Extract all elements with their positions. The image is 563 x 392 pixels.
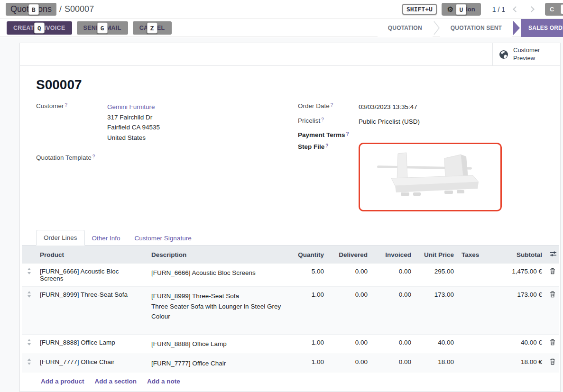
status-step-quotation-sent[interactable]: QUOTATION SENT — [440, 19, 512, 37]
drag-handle-cell[interactable] — [22, 264, 36, 287]
unit-price-cell[interactable]: 18.00 — [415, 354, 458, 373]
key-hint-z: Z — [147, 22, 157, 33]
status-pipeline: QUOTATIONQUOTATION SENTSALES ORDER — [378, 19, 563, 37]
delete-line-cell[interactable] — [546, 264, 559, 287]
order-line-row[interactable]: [FURN_8888] Office Lamp[FURN_8888] Offic… — [22, 334, 559, 354]
subtotal-cell[interactable]: 18.00 € — [488, 354, 546, 373]
delete-line-icon[interactable] — [550, 268, 555, 274]
quantity-column-header[interactable]: Quantity — [285, 246, 328, 264]
description-line: [FURN_8888] Office Lamp — [151, 339, 281, 349]
field-payment-terms[interactable]: Payment Terms? — [298, 131, 544, 138]
help-question-icon: ? — [331, 102, 333, 108]
key-hint-g: G — [97, 22, 108, 33]
tab-customer-signature[interactable]: Customer Signature — [128, 231, 199, 246]
breadcrumb-separator: / — [59, 4, 62, 14]
help-question-icon: ? — [321, 117, 324, 122]
stat-button-box: Customer Preview — [20, 43, 560, 66]
description-cell[interactable]: [FURN_8999] Three-Seat SofaThree Seater … — [148, 287, 285, 335]
field-quotation-template[interactable]: Quotation Template? — [36, 154, 298, 161]
order-lines-table: Product Description Quantity Delivered I… — [22, 245, 559, 373]
description-cell[interactable]: [FURN_8888] Office Lamp — [148, 334, 285, 354]
quantity-cell[interactable]: 1.00 — [285, 354, 328, 373]
invoiced-cell[interactable]: 0.00 — [371, 354, 415, 373]
invoiced-cell[interactable]: 0.00 — [371, 264, 415, 287]
subtotal-column-header[interactable]: Subtotal — [488, 246, 546, 264]
delivered-cell[interactable]: 0.00 — [328, 354, 371, 373]
unit-price-cell[interactable]: 295.00 — [415, 264, 458, 287]
drag-handle-icon — [27, 339, 31, 346]
delete-line-cell[interactable] — [546, 287, 559, 335]
key-hint-partial — [561, 4, 563, 14]
status-step-sales-order[interactable]: SALES ORDER — [521, 19, 563, 37]
delete-line-icon[interactable] — [550, 358, 555, 365]
add-a-note-link[interactable]: Add a note — [147, 378, 180, 385]
odoo-sale-order-screen: Quotations B / S00007 SHIFT+U ⚙ Action U… — [0, 0, 563, 392]
top-bar-right-cluster: SHIFT+U ⚙ Action U 1 / 1 C — [402, 3, 563, 16]
pricelist-value[interactable]: Public Pricelist (USD) — [359, 117, 420, 127]
taxes-column-header[interactable]: Taxes — [458, 246, 488, 264]
subtotal-cell[interactable]: 173.00 € — [488, 287, 546, 335]
handle-column-header — [22, 246, 36, 264]
unit-price-cell[interactable]: 173.00 — [415, 287, 458, 335]
breadcrumb-quotations[interactable]: Quotations B — [6, 3, 56, 16]
customer-preview-label: Customer Preview — [513, 46, 547, 62]
quantity-cell[interactable]: 1.00 — [285, 334, 328, 354]
taxes-cell[interactable] — [458, 264, 488, 287]
subtotal-cell[interactable]: 1,475.00 € — [488, 264, 546, 287]
help-question-icon: ? — [65, 102, 68, 108]
add-a-product-link[interactable]: Add a product — [41, 378, 84, 385]
delivered-cell[interactable]: 0.00 — [328, 264, 371, 287]
product-cell[interactable]: [FURN_6666] Acoustic Bloc Screens — [36, 264, 148, 287]
delivered-cell[interactable]: 0.00 — [328, 334, 371, 354]
delete-line-cell[interactable] — [546, 354, 559, 373]
delete-line-cell[interactable] — [546, 334, 559, 354]
send-email-button[interactable]: SEND EMAIL G — [77, 21, 128, 35]
order-line-row[interactable]: [FURN_8999] Three-Seat Sofa[FURN_8999] T… — [22, 287, 559, 335]
customer-label: Customer? — [36, 102, 107, 143]
order-line-row[interactable]: [FURN_6666] Acoustic Bloc Screens[FURN_6… — [22, 264, 559, 287]
cancel-button[interactable]: CANCEL Z — [133, 21, 172, 35]
create-button-cutoff[interactable]: C — [545, 3, 563, 16]
pager-previous-icon[interactable] — [513, 6, 519, 12]
table-header-row: Product Description Quantity Delivered I… — [22, 246, 559, 264]
action-menu-button[interactable]: ⚙ Action U — [442, 3, 481, 16]
delete-line-icon[interactable] — [550, 339, 555, 346]
unit-price-cell[interactable]: 40.00 — [415, 334, 458, 354]
order-line-row[interactable]: [FURN_7777] Office Chair[FURN_7777] Offi… — [22, 354, 559, 373]
status-step-quotation[interactable]: QUOTATION — [378, 19, 433, 37]
tab-order-lines[interactable]: Order Lines — [36, 230, 85, 246]
invoiced-cell[interactable]: 0.00 — [371, 334, 415, 354]
taxes-cell[interactable] — [458, 354, 488, 373]
unit-price-column-header[interactable]: Unit Price — [415, 246, 458, 264]
tab-other-info[interactable]: Other Info — [85, 231, 128, 246]
description-column-header[interactable]: Description — [148, 246, 285, 264]
product-cell[interactable]: [FURN_8888] Office Lamp — [36, 334, 148, 354]
customer-preview-button[interactable]: Customer Preview — [492, 43, 560, 65]
quantity-cell[interactable]: 5.00 — [285, 264, 328, 287]
drag-handle-cell[interactable] — [22, 334, 36, 354]
step-file-image[interactable] — [359, 143, 502, 211]
create-invoice-button[interactable]: CREATE INVOICE Q — [7, 21, 72, 35]
customer-link[interactable]: Gemini Furniture — [107, 103, 155, 110]
delete-line-icon[interactable] — [550, 291, 555, 298]
delivered-column-header[interactable]: Delivered — [328, 246, 371, 264]
description-cell[interactable]: [FURN_7777] Office Chair — [148, 354, 285, 373]
order-date-value[interactable]: 03/03/2023 13:35:47 — [359, 102, 417, 112]
pager-next-icon[interactable] — [528, 6, 535, 12]
quantity-cell[interactable]: 1.00 — [285, 287, 328, 335]
description-cell[interactable]: [FURN_6666] Acoustic Bloc Screens — [148, 264, 285, 287]
status-separator-icon — [433, 21, 440, 35]
drag-handle-cell[interactable] — [22, 287, 36, 335]
add-a-section-link[interactable]: Add a section — [95, 378, 137, 385]
taxes-cell[interactable] — [458, 334, 488, 354]
delivered-cell[interactable]: 0.00 — [328, 287, 371, 335]
product-cell[interactable]: [FURN_8999] Three-Seat Sofa — [36, 287, 148, 335]
optional-columns-header[interactable] — [546, 246, 559, 264]
invoiced-column-header[interactable]: Invoiced — [371, 246, 415, 264]
invoiced-cell[interactable]: 0.00 — [371, 287, 415, 335]
product-column-header[interactable]: Product — [36, 246, 148, 264]
product-cell[interactable]: [FURN_7777] Office Chair — [36, 354, 148, 373]
subtotal-cell[interactable]: 40.00 € — [488, 334, 546, 354]
taxes-cell[interactable] — [458, 287, 488, 335]
drag-handle-cell[interactable] — [22, 354, 36, 373]
